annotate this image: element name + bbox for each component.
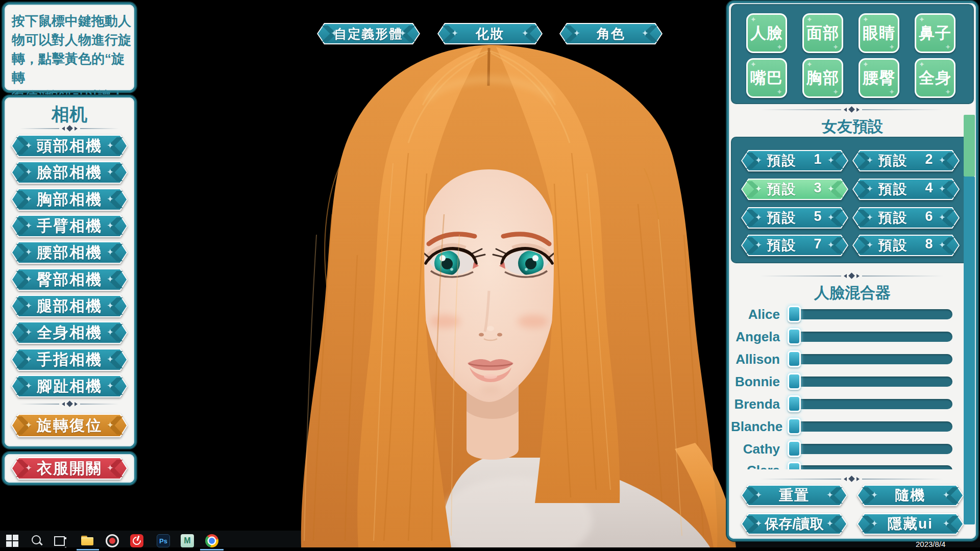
slider-thumb[interactable] — [788, 328, 801, 345]
camera-head-button[interactable]: 頭部相機 — [11, 135, 128, 157]
mixer-row-brenda: Brenda — [731, 393, 966, 415]
part-face-button[interactable]: 人臉 — [746, 13, 787, 53]
app-window: Ps M 2023/8/4 自定義形體 化妝 角色 按下鼠標中鍵拖動人 物可以對… — [0, 0, 980, 551]
explorer-active-indicator — [77, 549, 99, 550]
slider-thumb[interactable] — [788, 373, 801, 390]
clothes-toggle-button[interactable]: 衣服開關 — [11, 457, 128, 480]
mixer-row-alice: Alice — [731, 303, 966, 325]
preset-1-button[interactable]: 預設1 — [741, 150, 848, 171]
part-fullbody-button[interactable]: 全身 — [915, 58, 955, 98]
preset-7-button[interactable]: 預設7 — [741, 235, 848, 256]
slider-track[interactable] — [793, 332, 952, 342]
camera-face-button[interactable]: 臉部相機 — [11, 161, 128, 184]
face-mixer-title: 人臉混合器 — [729, 283, 976, 304]
camera-panel-title: 相机 — [5, 103, 134, 127]
slider-thumb[interactable] — [788, 350, 801, 367]
camera-panel: 相机 頭部相機 臉部相機 胸部相機 手臂相機 腰部相機 臀部相機 — [5, 97, 134, 446]
preset-3-button-selected[interactable]: 預設3 — [741, 179, 848, 200]
slider-track[interactable] — [793, 421, 952, 432]
slider-track[interactable] — [793, 377, 952, 387]
camera-finger-button[interactable]: 手指相機 — [11, 348, 128, 371]
camera-arm-button[interactable]: 手臂相機 — [11, 215, 128, 237]
divider-ornament — [20, 402, 119, 406]
mixer-row-cathy: Cathy — [731, 438, 966, 460]
slider-thumb[interactable] — [788, 395, 801, 412]
mixer-row-clara: Clara — [731, 459, 966, 469]
camera-hip-button[interactable]: 臀部相機 — [11, 268, 128, 291]
part-waist-hip-button[interactable]: 腰臀 — [859, 58, 899, 98]
part-mouth-button[interactable]: 嘴巴 — [746, 58, 787, 98]
camera-chest-button[interactable]: 胸部相機 — [11, 188, 128, 211]
mixer-row-angela: Angela — [731, 325, 966, 348]
preset-4-button[interactable]: 預設4 — [852, 179, 960, 200]
panel-scrollbar-thumb[interactable] — [964, 115, 975, 177]
slider-thumb[interactable] — [788, 418, 801, 435]
preset-8-button[interactable]: 預設8 — [852, 235, 960, 256]
reset-button[interactable]: 重置 — [741, 485, 847, 506]
camera-toe-button[interactable]: 腳趾相機 — [11, 375, 128, 397]
preset-5-button[interactable]: 預設5 — [741, 207, 848, 229]
divider-ornament — [760, 107, 943, 112]
slider-track[interactable] — [793, 354, 952, 364]
mixer-row-bonnie: Bonnie — [731, 370, 966, 393]
panel-scrollbar-track[interactable] — [964, 177, 975, 524]
chrome-active-indicator — [200, 549, 224, 550]
random-button[interactable]: 隨機 — [857, 485, 964, 506]
presets-title: 女友預設 — [729, 116, 976, 137]
camera-leg-button[interactable]: 腿部相機 — [11, 295, 128, 317]
screen-bottom-edge — [0, 547, 980, 551]
instruction-panel: 按下鼠標中鍵拖動人 物可以對人物進行旋 轉，點擊黃色的“旋轉 復位”按鈕可以讓人… — [5, 5, 134, 90]
preset-2-button[interactable]: 預設2 — [852, 150, 960, 171]
divider-ornament — [20, 126, 119, 131]
camera-fullbody-button[interactable]: 全身相機 — [11, 321, 128, 344]
mixer-row-allison: Allison — [731, 348, 966, 370]
taskbar-date: 2023/8/4 — [916, 540, 945, 548]
slider-track[interactable] — [793, 465, 952, 469]
slider-thumb[interactable] — [788, 462, 801, 469]
part-eyes-button[interactable]: 眼睛 — [859, 13, 899, 53]
mixer-row-blanche: Blanche — [731, 415, 966, 438]
divider-ornament — [760, 273, 943, 278]
part-facial-button[interactable]: 面部 — [802, 13, 843, 53]
divider-ornament — [760, 477, 943, 481]
part-chest-button[interactable]: 胸部 — [802, 58, 843, 98]
rotation-reset-button[interactable]: 旋轉復位 — [11, 414, 128, 437]
hide-ui-button[interactable]: 隱藏ui — [857, 513, 964, 535]
slider-track[interactable] — [793, 399, 952, 409]
slider-track[interactable] — [793, 309, 952, 319]
slider-track[interactable] — [793, 444, 952, 454]
slider-thumb[interactable] — [788, 440, 801, 457]
slider-thumb[interactable] — [788, 306, 801, 322]
face-mixer-list: Alice Angela Allison Bonnie Brenda — [729, 303, 976, 469]
camera-waist-button[interactable]: 腰部相機 — [11, 241, 128, 264]
save-load-button[interactable]: 保存/讀取 — [741, 513, 847, 535]
preset-6-button[interactable]: 預設6 — [852, 207, 960, 229]
customization-panel: 人臉 面部 眼睛 鼻子 嘴巴 胸部 腰臀 全身 女友預設 預設1 預設2 預設3… — [729, 3, 976, 539]
part-nose-button[interactable]: 鼻子 — [915, 13, 955, 53]
clothes-panel: 衣服開關 — [5, 454, 134, 483]
